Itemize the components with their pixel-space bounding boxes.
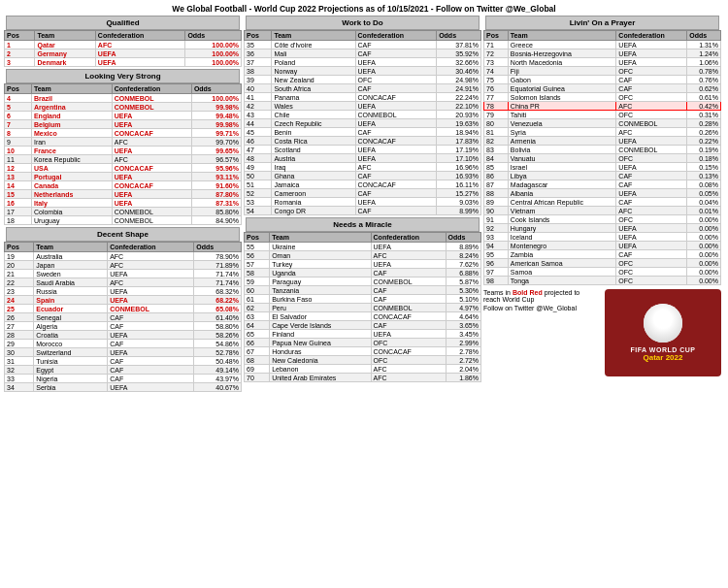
table-row: 63 El Salvador CONCACAF 4.64% bbox=[245, 312, 481, 321]
cell-pos: 63 bbox=[245, 312, 270, 321]
cell-odds: 0.05% bbox=[687, 189, 721, 198]
cell-pos: 40 bbox=[245, 84, 272, 93]
cell-conf: OFC bbox=[371, 356, 446, 365]
cell-team: Italy bbox=[31, 199, 112, 208]
cell-team: Bosnia-Herzegovina bbox=[508, 49, 616, 58]
table-row: 38 Norway UEFA 30.46% bbox=[245, 67, 481, 76]
cell-team: Norway bbox=[272, 67, 355, 76]
cell-pos: 13 bbox=[5, 173, 32, 181]
qualified-header: Qualified bbox=[6, 16, 240, 30]
table-row: 96 American Samoa OFC 0.00% bbox=[484, 259, 721, 268]
cell-conf: OFC bbox=[616, 268, 687, 277]
cell-team: South Africa bbox=[272, 84, 355, 93]
table-row: 7 Belgium UEFA 99.98% bbox=[5, 120, 242, 129]
cell-odds: 4.64% bbox=[446, 312, 480, 321]
cell-conf: UEFA bbox=[95, 58, 185, 67]
cell-odds: 4.97% bbox=[446, 304, 480, 312]
cell-odds: 87.31% bbox=[191, 199, 241, 208]
cell-odds: 68.32% bbox=[194, 287, 242, 296]
cell-odds: 54.86% bbox=[194, 340, 242, 348]
cell-odds: 0.00% bbox=[687, 268, 721, 277]
cell-conf: OFC bbox=[371, 339, 446, 347]
cell-conf: CAF bbox=[108, 340, 194, 348]
cell-conf: CAF bbox=[108, 322, 194, 331]
cell-pos: 91 bbox=[484, 215, 509, 224]
table-row: 26 Senegal CAF 61.40% bbox=[5, 313, 242, 322]
cell-odds: 6.88% bbox=[446, 269, 480, 278]
cell-pos: 39 bbox=[245, 76, 272, 84]
cell-odds: 8.24% bbox=[446, 251, 480, 260]
table-row: 4 Brazil CONMEBOL 100.00% bbox=[5, 94, 242, 103]
cell-odds: 7.62% bbox=[446, 260, 480, 269]
cell-conf: UEFA bbox=[616, 58, 687, 67]
cell-conf: CONCACAF bbox=[112, 181, 191, 190]
cell-conf: OFC bbox=[616, 93, 687, 102]
cell-team: Finland bbox=[270, 330, 371, 339]
cell-odds: 3.65% bbox=[446, 321, 480, 330]
cell-conf: OFC bbox=[616, 277, 687, 285]
cell-team: Tahiti bbox=[508, 111, 616, 119]
logo-text-top: FIFA WORLD CUP bbox=[630, 346, 695, 353]
page-title: We Global Football - World Cup 2022 Proj… bbox=[0, 0, 728, 16]
col-team: Team bbox=[34, 243, 108, 252]
cell-pos: 46 bbox=[245, 137, 272, 146]
cell-pos: 62 bbox=[245, 304, 270, 312]
looking-strong-table: Pos Team Confederation Odds 4 Brazil CON… bbox=[4, 83, 242, 225]
cell-conf: CAF bbox=[616, 76, 687, 84]
cell-conf: AFC bbox=[371, 251, 446, 260]
cell-pos: 23 bbox=[5, 287, 34, 296]
cell-team: Argentina bbox=[31, 103, 112, 112]
cell-pos: 6 bbox=[5, 112, 32, 120]
cell-team: Madagascar bbox=[508, 180, 616, 189]
cell-conf: OFC bbox=[616, 154, 687, 163]
cell-team: Cook Islands bbox=[508, 215, 616, 224]
cell-conf: UEFA bbox=[355, 119, 437, 128]
col-pos: Pos bbox=[245, 31, 272, 41]
table-row: 41 Panama CONCACAF 22.24% bbox=[245, 93, 481, 102]
table-row: 74 Fiji OFC 0.78% bbox=[484, 67, 721, 76]
cell-pos: 54 bbox=[245, 207, 272, 215]
cell-pos: 28 bbox=[5, 331, 34, 340]
cell-pos: 38 bbox=[245, 67, 272, 76]
cell-pos: 50 bbox=[245, 172, 272, 180]
cell-pos: 11 bbox=[5, 155, 32, 164]
table-row: 78 China PR AFC 0.42% bbox=[484, 102, 721, 111]
cell-pos: 85 bbox=[484, 163, 509, 172]
cell-team: Netherlands bbox=[31, 190, 112, 199]
cell-team: New Zealand bbox=[272, 76, 355, 84]
cell-pos: 96 bbox=[484, 259, 509, 268]
cell-odds: 0.22% bbox=[687, 137, 721, 146]
cell-conf: UEFA bbox=[112, 173, 191, 181]
cell-team: Egypt bbox=[34, 366, 108, 375]
cell-odds: 2.72% bbox=[446, 356, 480, 365]
cell-team: Uganda bbox=[270, 269, 371, 278]
cell-team: Sweden bbox=[34, 270, 108, 278]
cell-team: Bolivia bbox=[508, 146, 616, 154]
cell-conf: CAF bbox=[355, 128, 437, 137]
col-team: Team bbox=[270, 233, 371, 243]
cell-conf: CAF bbox=[355, 49, 437, 58]
cell-odds: 0.26% bbox=[687, 128, 721, 137]
cell-odds: 24.98% bbox=[437, 76, 481, 84]
cell-pos: 83 bbox=[484, 146, 509, 154]
needs-miracle-table: Pos Team Confederation Odds 55 Ukraine U… bbox=[244, 232, 481, 382]
cell-conf: CAF bbox=[355, 41, 437, 49]
table-row: 52 Cameroon CAF 15.27% bbox=[245, 189, 481, 198]
cell-conf: OFC bbox=[616, 259, 687, 268]
table-row: 23 Russia UEFA 68.32% bbox=[5, 287, 242, 296]
cell-pos: 32 bbox=[5, 366, 34, 375]
table-row: 33 Nigeria CAF 43.97% bbox=[5, 375, 242, 383]
cell-odds: 24.91% bbox=[437, 84, 481, 93]
table-row: 30 Switzerland UEFA 52.78% bbox=[5, 348, 242, 357]
cell-pos: 66 bbox=[245, 339, 270, 347]
table-row: 8 Mexico CONCACAF 99.71% bbox=[5, 129, 242, 138]
table-row: 68 New Caledonia OFC 2.72% bbox=[245, 356, 481, 365]
cell-team: Czech Republic bbox=[272, 119, 355, 128]
logo-text-bottom: Qatar 2022 bbox=[644, 353, 683, 362]
col-team: Team bbox=[35, 31, 95, 41]
cell-team: Belgium bbox=[31, 120, 112, 129]
col-team: Team bbox=[272, 31, 355, 41]
cell-odds: 17.83% bbox=[437, 137, 481, 146]
cell-odds: 37.81% bbox=[437, 41, 481, 49]
table-row: 55 Ukraine UEFA 8.89% bbox=[245, 243, 481, 251]
